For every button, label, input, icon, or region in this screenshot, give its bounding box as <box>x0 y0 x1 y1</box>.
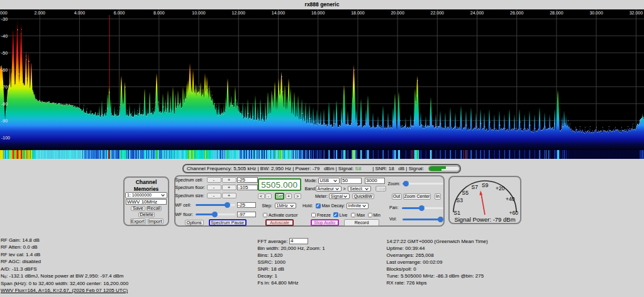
svg-text:14.000: 14.000 <box>272 11 286 15</box>
svg-text:8.000: 8.000 <box>153 11 165 15</box>
svg-text:-80: -80 <box>1 102 8 106</box>
svg-text:-40: -40 <box>1 34 8 38</box>
svg-text:4.000: 4.000 <box>74 11 86 15</box>
svg-text:32.000: 32.000 <box>630 11 643 15</box>
svg-text:-30: -30 <box>1 17 8 21</box>
svg-text:24.000: 24.000 <box>470 11 484 15</box>
svg-text:-70: -70 <box>1 85 8 89</box>
svg-text:-50: -50 <box>1 51 8 55</box>
svg-text:S7: S7 <box>472 184 479 190</box>
svg-text:-100: -100 <box>1 136 10 140</box>
svg-text:10.000: 10.000 <box>192 11 206 15</box>
svg-text:20.000: 20.000 <box>391 11 404 15</box>
svg-text:-60: -60 <box>1 68 8 72</box>
svg-text:2.000: 2.000 <box>34 11 45 15</box>
svg-text:+60: +60 <box>509 210 519 216</box>
svg-text:S3: S3 <box>457 197 464 203</box>
svg-text:-90: -90 <box>1 119 8 123</box>
svg-text:6.000: 6.000 <box>114 11 125 15</box>
svg-text:000: 000 <box>0 11 8 15</box>
svg-text:S1: S1 <box>454 210 461 216</box>
svg-text:Signal Power: -79 dBm: Signal Power: -79 dBm <box>454 216 515 223</box>
svg-text:28.000: 28.000 <box>550 11 564 15</box>
svg-text:30.000: 30.000 <box>589 11 603 15</box>
svg-text:18.000: 18.000 <box>351 11 365 15</box>
svg-text:+40: +40 <box>506 196 515 202</box>
svg-text:S5: S5 <box>462 190 469 196</box>
svg-text:12.000: 12.000 <box>232 11 246 15</box>
svg-text:S9: S9 <box>482 182 489 188</box>
svg-text:26.000: 26.000 <box>510 11 524 15</box>
svg-text:+20: +20 <box>496 185 505 192</box>
svg-text:22.000: 22.000 <box>431 11 445 15</box>
svg-text:16.000: 16.000 <box>311 11 325 15</box>
